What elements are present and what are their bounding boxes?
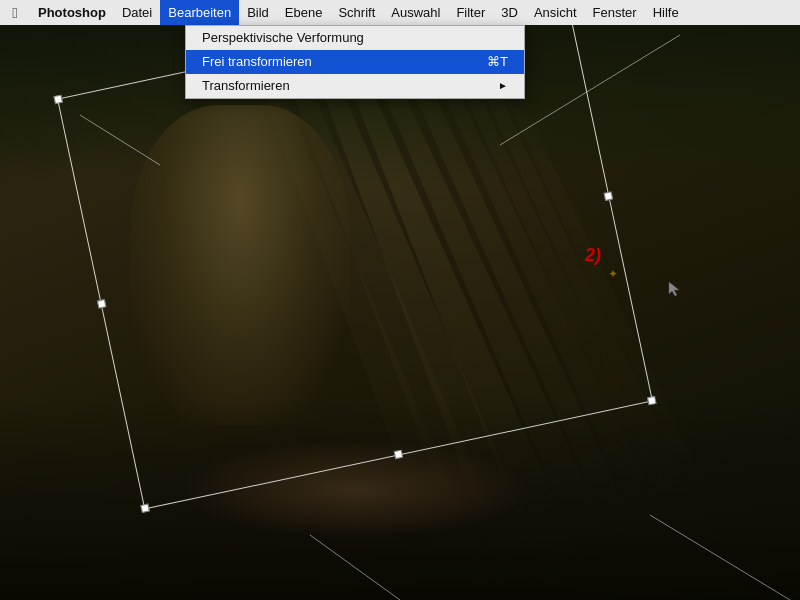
menu-schrift[interactable]: Schrift — [330, 0, 383, 25]
svg-line-10 — [500, 35, 680, 145]
svg-line-11 — [650, 515, 790, 600]
menu-bar:  Photoshop Datei Bearbeiten Bild Ebene … — [0, 0, 800, 25]
menu-item-label: Transformieren — [202, 74, 290, 98]
menu-item-transformieren[interactable]: Transformieren ► — [186, 74, 524, 98]
menu-filter[interactable]: Filter — [448, 0, 493, 25]
menu-hilfe[interactable]: Hilfe — [645, 0, 687, 25]
menu-item-frei-transformieren[interactable]: Frei transformieren ⌘T — [186, 50, 524, 74]
menu-ansicht[interactable]: Ansicht — [526, 0, 585, 25]
dropdown-menu: Perspektivische Verformung Frei transfor… — [185, 25, 525, 99]
menu-ebene[interactable]: Ebene — [277, 0, 331, 25]
menu-datei[interactable]: Datei — [114, 0, 160, 25]
svg-line-13 — [80, 115, 160, 165]
menu-item-perspektivische-verformung[interactable]: Perspektivische Verformung — [186, 26, 524, 50]
menu-photoshop[interactable]: Photoshop — [30, 0, 114, 25]
menu-auswahl[interactable]: Auswahl — [383, 0, 448, 25]
canvas-area: 1) 2) ✦ — [0, 25, 800, 600]
menu-3d[interactable]: 3D — [493, 0, 526, 25]
cursor-arrow-icon — [668, 281, 680, 297]
annotation-label-2: 2) — [585, 245, 601, 266]
submenu-arrow-icon: ► — [498, 74, 508, 98]
menu-item-shortcut: ⌘T — [487, 50, 508, 74]
menu-item-label: Frei transformieren — [202, 50, 312, 74]
transform-lines-extended — [0, 25, 800, 600]
svg-line-12 — [310, 535, 400, 600]
apple-menu[interactable]:  — [0, 4, 30, 21]
menu-item-label: Perspektivische Verformung — [202, 26, 364, 50]
menu-bild[interactable]: Bild — [239, 0, 277, 25]
menu-fenster[interactable]: Fenster — [585, 0, 645, 25]
sparkle-icon: ✦ — [608, 267, 618, 281]
menu-bearbeiten[interactable]: Bearbeiten — [160, 0, 239, 25]
cursor — [668, 281, 680, 293]
